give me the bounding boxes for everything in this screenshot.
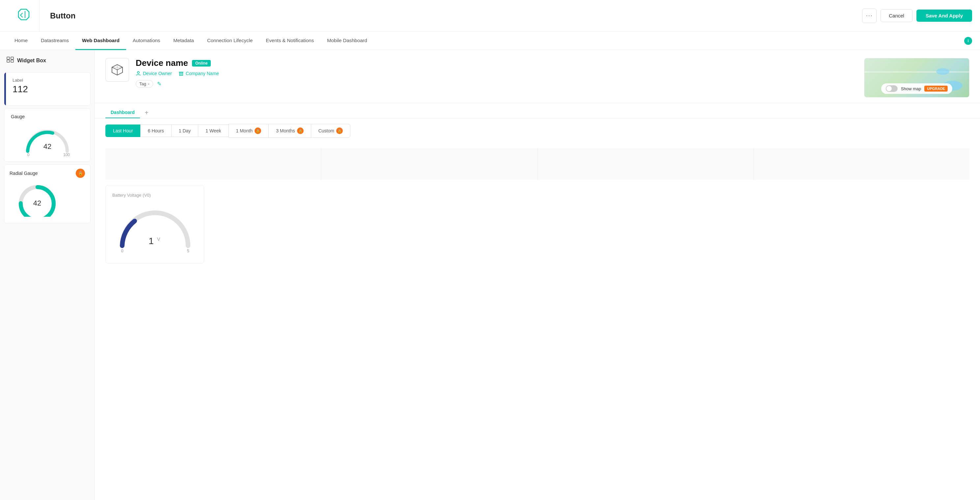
logo-area: Button	[8, 0, 75, 32]
svg-text:V: V	[157, 237, 161, 242]
label-widget-value: 112	[13, 84, 84, 94]
header: Button ··· Cancel Save And Apply	[0, 0, 980, 32]
svg-text:42: 42	[33, 199, 41, 207]
cancel-button[interactable]: Cancel	[881, 9, 913, 22]
device-info: Device name Online Device Owner	[136, 58, 858, 88]
upgrade-badge: UPGRADE	[924, 86, 948, 92]
time-filter-bar: Last Hour 6 Hours 1 Day 1 Week 1 Month 🔒…	[95, 119, 980, 143]
sidebar: Widget Box Label 112 Gauge 42	[0, 50, 95, 500]
custom-lock-icon: 🔒	[336, 127, 343, 134]
gauge-widget: Gauge 42 0 100	[4, 108, 91, 162]
gauge-svg: 42 0 100	[21, 123, 74, 156]
map-water2	[936, 68, 950, 75]
tag-chip[interactable]: Tag ×	[136, 80, 153, 88]
svg-rect-13	[181, 73, 182, 73]
content-area: Device name Online Device Owner	[95, 50, 980, 500]
time-filter-1-day[interactable]: 1 Day	[171, 124, 198, 137]
nav-info-icon[interactable]: i	[964, 37, 972, 45]
time-filter-3-months[interactable]: 3 Months 🔒	[268, 124, 311, 138]
map-road	[864, 72, 969, 72]
time-filter-custom[interactable]: Custom 🔒	[311, 124, 350, 138]
svg-rect-12	[180, 73, 181, 73]
empty-cell-1	[105, 148, 321, 180]
svg-text:42: 42	[43, 142, 51, 151]
radial-gauge-widget: Radial Gauge 🔒 42	[4, 164, 91, 223]
device-company-link[interactable]: Company Name	[178, 71, 219, 76]
tag-edit-button[interactable]: ✎	[156, 80, 163, 88]
more-options-button[interactable]: ···	[862, 9, 877, 23]
nav-item-events-notifications[interactable]: Events & Notifications	[259, 32, 320, 50]
main-layout: Widget Box Label 112 Gauge 42	[0, 50, 980, 500]
main-nav: Home Datastreams Web Dashboard Automatio…	[0, 32, 980, 50]
toggle-knob	[886, 86, 892, 91]
radial-gauge-svg: 42	[11, 180, 64, 217]
empty-cell-4	[754, 148, 969, 180]
nav-item-datastreams[interactable]: Datastreams	[34, 32, 75, 50]
svg-text:1: 1	[148, 236, 154, 246]
app-logo-icon	[16, 6, 32, 25]
gauge-widget-title: Gauge	[11, 114, 84, 119]
person-icon	[136, 71, 141, 76]
device-name: Device name	[136, 58, 188, 68]
nav-item-web-dashboard[interactable]: Web Dashboard	[75, 32, 126, 50]
map-overlay: Show map UPGRADE	[881, 83, 952, 94]
months-lock-icon: 🔒	[297, 127, 304, 134]
widget-box-title: Widget Box	[17, 57, 46, 64]
nav-item-mobile-dashboard[interactable]: Mobile Dashboard	[320, 32, 374, 50]
battery-datastream-label: (V0)	[143, 193, 151, 197]
battery-voltage-widget: Battery Voltage (V0) 1 V 0 5	[105, 185, 204, 263]
save-apply-button[interactable]: Save And Apply	[916, 10, 972, 22]
empty-cell-2	[321, 148, 537, 180]
time-filter-6-hours[interactable]: 6 Hours	[140, 124, 171, 137]
svg-text:0: 0	[27, 153, 29, 156]
radial-gauge-title: Radial Gauge	[10, 170, 38, 176]
label-widget-title: Label	[13, 78, 84, 83]
device-name-row: Device name Online	[136, 58, 858, 68]
nav-item-metadata[interactable]: Metadata	[167, 32, 200, 50]
add-dashboard-tab-button[interactable]: +	[141, 107, 152, 118]
svg-rect-2	[7, 60, 10, 62]
battery-gauge-svg: 1 V 0 5	[112, 203, 198, 256]
building-icon	[178, 71, 184, 76]
dashboard-tabs: Dashboard +	[95, 103, 980, 119]
svg-text:0: 0	[121, 248, 123, 253]
time-filter-1-week[interactable]: 1 Week	[198, 124, 228, 137]
time-filter-last-hour[interactable]: Last Hour	[105, 124, 140, 137]
svg-text:100: 100	[63, 153, 70, 156]
device-icon	[105, 58, 129, 82]
device-owner-link[interactable]: Device Owner	[136, 71, 172, 76]
header-actions: ··· Cancel Save And Apply	[862, 9, 972, 23]
widget-box-header: Widget Box	[0, 50, 94, 70]
month-lock-icon: 🔒	[255, 127, 261, 134]
svg-point-10	[137, 72, 139, 73]
logo-box	[8, 0, 40, 32]
nav-item-connection-lifecycle[interactable]: Connection Lifecycle	[200, 32, 259, 50]
widget-box-icon	[6, 57, 14, 64]
dashboard-content: Battery Voltage (V0) 1 V 0 5	[95, 143, 980, 269]
show-map-label: Show map	[901, 86, 921, 91]
svg-rect-0	[7, 57, 10, 59]
device-header: Device name Online Device Owner	[95, 50, 980, 103]
nav-item-automations[interactable]: Automations	[126, 32, 167, 50]
device-meta: Device Owner Company Name	[136, 71, 858, 76]
svg-rect-1	[11, 57, 13, 59]
device-cube-icon	[110, 62, 124, 77]
time-filter-1-month[interactable]: 1 Month 🔒	[229, 124, 269, 138]
svg-rect-3	[11, 60, 13, 62]
tag-remove-button[interactable]: ×	[148, 82, 150, 86]
dashboard-tab[interactable]: Dashboard	[105, 107, 140, 118]
app-title: Button	[50, 11, 75, 21]
show-map-toggle[interactable]	[886, 85, 898, 92]
label-widget: Label 112	[4, 72, 91, 106]
svg-text:5: 5	[187, 248, 189, 253]
battery-widget-title: Battery Voltage (V0)	[112, 192, 197, 197]
radial-gauge-lock-badge: 🔒	[76, 169, 85, 178]
empty-grid	[105, 148, 969, 180]
nav-item-home[interactable]: Home	[8, 32, 34, 50]
tag-row: Tag × ✎	[136, 80, 858, 88]
device-status-badge: Online	[192, 60, 211, 67]
empty-cell-3	[538, 148, 753, 180]
map-area: Show map UPGRADE	[864, 58, 969, 97]
